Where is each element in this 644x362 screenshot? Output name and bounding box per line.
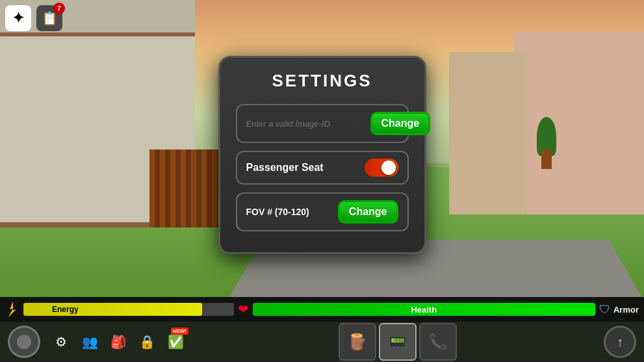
armor-label: Armor	[613, 305, 639, 315]
slot-3-icon: 📞	[428, 333, 448, 351]
check-badge-container: ✅ NEW!	[165, 331, 186, 352]
slot-1-icon: 🪵	[348, 333, 367, 351]
passenger-seat-label: Passenger Seat	[246, 162, 358, 174]
image-id-input[interactable]	[246, 119, 356, 129]
bag-icon[interactable]: 🎒	[108, 331, 129, 352]
passenger-seat-toggle[interactable]	[365, 159, 398, 177]
bottom-icons: ⚙ 👥 🎒 🔒 ✅ NEW!	[45, 331, 191, 352]
lock-icon[interactable]: 🔒	[136, 331, 157, 352]
new-badge: NEW!	[171, 328, 188, 335]
joystick-inner	[17, 335, 31, 349]
left-controls: ⚙ 👥 🎒 🔒 ✅ NEW!	[3, 326, 196, 358]
inventory-slot-2[interactable]: 📟	[379, 323, 417, 361]
armor-section: 🛡 Armor	[599, 303, 639, 317]
hud-bar: Energy ❤ Health 🛡 Armor ⚙ 👥 🎒	[0, 297, 644, 362]
inventory-slots: 🪵 📟 📞	[199, 323, 596, 361]
health-bar-background: Health	[253, 303, 595, 316]
inventory-slot-3[interactable]: 📞	[419, 323, 457, 361]
settings-icon[interactable]: ⚙	[51, 331, 71, 352]
passenger-seat-row: Passenger Seat	[236, 151, 409, 185]
fov-change-button[interactable]: Change	[338, 200, 398, 224]
right-controls: ↑	[599, 326, 641, 358]
toggle-knob	[381, 161, 396, 175]
image-change-button[interactable]: Change	[370, 112, 431, 135]
energy-icon	[5, 302, 21, 317]
heart-icon: ❤	[238, 302, 249, 317]
energy-bar-background	[23, 303, 234, 316]
health-section: Health	[253, 303, 595, 316]
settings-title: SETTINGS	[236, 71, 409, 91]
action-bar: ⚙ 👥 🎒 🔒 ✅ NEW! 🪵 📟 📞	[0, 322, 644, 362]
energy-bar-fill	[23, 303, 202, 316]
joystick[interactable]	[8, 326, 40, 358]
status-bars: Energy ❤ Health 🛡 Armor	[0, 297, 644, 322]
people-icon[interactable]: 👥	[79, 331, 100, 352]
jump-button[interactable]: ↑	[604, 326, 636, 358]
inventory-slot-1[interactable]: 🪵	[339, 323, 376, 361]
grid-icon	[363, 116, 364, 131]
fov-label: FOV # (70-120)	[246, 207, 331, 217]
image-id-row: Change	[236, 104, 409, 143]
health-label: Health	[411, 305, 437, 315]
fov-row: FOV # (70-120) Change	[236, 192, 409, 231]
armor-icon: 🛡	[599, 303, 611, 317]
settings-modal: SETTINGS Change Passenger Seat FOV # (70…	[218, 56, 426, 254]
energy-section: Energy	[5, 302, 234, 317]
slot-2-icon: 📟	[388, 333, 407, 351]
